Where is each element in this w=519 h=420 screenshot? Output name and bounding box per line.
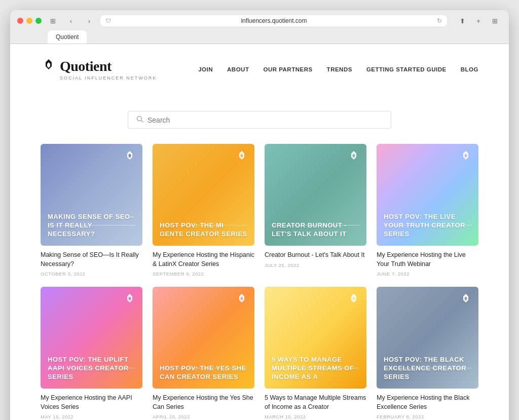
card-overlay-title-7: 5 WAYS TO MANAGE MULTIPLE STREAMS OF INC… bbox=[272, 356, 359, 381]
card-date-3: JULY 25, 2022 bbox=[265, 262, 366, 268]
card-image-8: HOST POV: THE BLACK EXCELLENCE CREATOR S… bbox=[377, 287, 478, 389]
card-text-title-5: My Experience Hosting the AAPI Voices Se… bbox=[41, 394, 142, 411]
card-overlay-title-8: HOST POV: THE BLACK EXCELLENCE CREATOR S… bbox=[384, 356, 471, 381]
card-logo-icon bbox=[123, 150, 136, 163]
back-button[interactable]: ‹ bbox=[64, 15, 78, 26]
card-divider-4 bbox=[384, 225, 471, 225]
logo-area[interactable]: Quotient SOCIAL INFLUENCER NETWORK bbox=[41, 58, 157, 81]
logo-tagline: SOCIAL INFLUENCER NETWORK bbox=[60, 75, 157, 81]
card-logo-icon-7 bbox=[347, 293, 360, 306]
blog-card-8[interactable]: HOST POV: THE BLACK EXCELLENCE CREATOR S… bbox=[377, 287, 478, 419]
card-text-title-6: My Experience Hosting the Yes She Can Se… bbox=[153, 394, 254, 411]
tab-label: Quotient bbox=[56, 33, 79, 41]
logo-icon bbox=[41, 58, 57, 74]
card-image-5: HOST POV: THE UPLIFT AAPI VOICES CREATOR… bbox=[41, 287, 142, 389]
blog-grid: MAKING SENSE OF SEO–IS IT REALLY NECESSA… bbox=[10, 144, 509, 420]
blog-card-3[interactable]: CREATOR BURNOUT - LET'S TALK ABOUT IT Cr… bbox=[265, 144, 366, 277]
card-logo-icon-2 bbox=[235, 150, 248, 163]
card-overlay-title-5: HOST POV: THE UPLIFT AAPI VOICES CREATOR… bbox=[48, 356, 135, 381]
blog-card-7[interactable]: 5 WAYS TO MANAGE MULTIPLE STREAMS OF INC… bbox=[265, 287, 366, 419]
search-section bbox=[10, 91, 509, 144]
blog-card-5[interactable]: HOST POV: THE UPLIFT AAPI VOICES CREATOR… bbox=[41, 287, 142, 419]
nav-our-partners[interactable]: OUR PARTNERS bbox=[263, 66, 312, 72]
card-image-2: HOST POV: THE MI GENTE CREATOR SERIES bbox=[153, 144, 254, 246]
blog-row-2: HOST POV: THE UPLIFT AAPI VOICES CREATOR… bbox=[41, 287, 478, 419]
card-divider-5 bbox=[48, 368, 135, 368]
card-date-7: MARCH 10, 2022 bbox=[265, 414, 366, 419]
security-icon: 🛡 bbox=[105, 18, 111, 24]
card-logo-icon-3 bbox=[347, 150, 360, 163]
search-bar[interactable] bbox=[128, 111, 391, 129]
card-logo-icon-6 bbox=[235, 293, 248, 306]
card-divider-7 bbox=[272, 368, 359, 368]
search-input[interactable] bbox=[147, 116, 383, 124]
search-icon bbox=[136, 116, 143, 124]
address-bar[interactable]: 🛡 influencers.quotient.com ↻ bbox=[100, 15, 447, 26]
active-tab[interactable]: Quotient bbox=[48, 30, 87, 44]
card-overlay-title-3: CREATOR BURNOUT - LET'S TALK ABOUT IT bbox=[272, 221, 359, 239]
blog-card-2[interactable]: HOST POV: THE MI GENTE CREATOR SERIES My… bbox=[153, 144, 254, 277]
minimize-button[interactable] bbox=[26, 18, 32, 24]
nav-getting-started[interactable]: GETTING STARTED GUIDE bbox=[366, 66, 447, 72]
close-button[interactable] bbox=[17, 18, 23, 24]
card-logo-icon-4 bbox=[459, 150, 472, 163]
card-image-6: HOST POV: THE YES SHE CAN CREATOR SERIES bbox=[153, 287, 254, 389]
nav-blog[interactable]: BLOG bbox=[461, 66, 478, 72]
tab-grid-button[interactable]: ⊞ bbox=[488, 15, 502, 26]
browser-actions: ⬆ + ⊞ bbox=[455, 15, 502, 26]
share-button[interactable]: ⬆ bbox=[455, 15, 469, 26]
card-text-title-3: Creator Burnout - Let's Talk About It bbox=[265, 251, 366, 260]
card-date-5: MAY 15, 2022 bbox=[41, 414, 142, 419]
forward-button[interactable]: › bbox=[82, 15, 96, 26]
card-text-title-7: 5 Ways to Manage Multiple Streams of Inc… bbox=[265, 394, 366, 411]
card-text-title-4: My Experience Hosting the Live Your Trut… bbox=[377, 251, 478, 269]
new-tab-button[interactable]: + bbox=[471, 15, 486, 26]
window-layout-button[interactable]: ⊞ bbox=[46, 15, 60, 26]
card-divider-3 bbox=[272, 225, 359, 225]
card-date-1: OCTOBER 3, 2022 bbox=[41, 271, 142, 277]
card-date-2: SEPTEMBER 9, 2022 bbox=[153, 271, 254, 277]
traffic-lights bbox=[17, 18, 42, 24]
site-header: Quotient SOCIAL INFLUENCER NETWORK JOIN … bbox=[10, 44, 509, 91]
logo-main: Quotient bbox=[41, 58, 112, 74]
card-image-3: CREATOR BURNOUT - LET'S TALK ABOUT IT bbox=[265, 144, 366, 246]
card-text-title-2: My Experience Hosting the Hispanic & Lat… bbox=[153, 251, 254, 269]
card-divider-6 bbox=[160, 368, 247, 368]
page-content: Quotient SOCIAL INFLUENCER NETWORK JOIN … bbox=[10, 44, 509, 420]
blog-card-1[interactable]: MAKING SENSE OF SEO–IS IT REALLY NECESSA… bbox=[41, 144, 142, 277]
blog-card-4[interactable]: HOST POV: THE LIVE YOUR TRUTH CREATOR SE… bbox=[377, 144, 478, 277]
browser-chrome: ⊞ ‹ › 🛡 influencers.quotient.com ↻ ⬆ + ⊞… bbox=[10, 10, 509, 44]
card-logo-icon-5 bbox=[123, 293, 136, 306]
card-divider bbox=[48, 225, 135, 225]
blog-row-1: MAKING SENSE OF SEO–IS IT REALLY NECESSA… bbox=[41, 144, 478, 277]
svg-line-1 bbox=[141, 121, 143, 123]
card-image-1: MAKING SENSE OF SEO–IS IT REALLY NECESSA… bbox=[41, 144, 142, 246]
card-overlay-title-2: HOST POV: THE MI GENTE CREATOR SERIES bbox=[160, 221, 247, 239]
card-overlay-title-1: MAKING SENSE OF SEO–IS IT REALLY NECESSA… bbox=[48, 213, 135, 239]
card-overlay-title-4: HOST POV: THE LIVE YOUR TRUTH CREATOR SE… bbox=[384, 213, 471, 239]
card-text-title-1: Making Sense of SEO—Is It Really Necessa… bbox=[41, 251, 142, 269]
card-image-4: HOST POV: THE LIVE YOUR TRUTH CREATOR SE… bbox=[377, 144, 478, 246]
card-date-4: JUNE 7, 2022 bbox=[377, 271, 478, 277]
card-overlay-title-6: HOST POV: THE YES SHE CAN CREATOR SERIES bbox=[160, 364, 247, 381]
nav-trends[interactable]: TRENDS bbox=[327, 66, 352, 72]
card-logo-icon-8 bbox=[459, 293, 472, 306]
card-date-6: APRIL 20, 2022 bbox=[153, 414, 254, 419]
card-text-title-8: My Experience Hosting the Black Excellen… bbox=[377, 394, 478, 411]
card-image-7: 5 WAYS TO MANAGE MULTIPLE STREAMS OF INC… bbox=[265, 287, 366, 389]
logo-text: Quotient bbox=[60, 58, 112, 74]
refresh-icon[interactable]: ↻ bbox=[437, 17, 442, 24]
card-divider-2 bbox=[160, 225, 247, 225]
blog-card-6[interactable]: HOST POV: THE YES SHE CAN CREATOR SERIES… bbox=[153, 287, 254, 419]
nav-about[interactable]: ABOUT bbox=[227, 66, 249, 72]
nav-join[interactable]: JOIN bbox=[198, 66, 213, 72]
browser-controls: ⊞ ‹ › 🛡 influencers.quotient.com ↻ ⬆ + ⊞ bbox=[17, 15, 502, 26]
browser-window: ⊞ ‹ › 🛡 influencers.quotient.com ↻ ⬆ + ⊞… bbox=[10, 10, 509, 420]
site-nav: JOIN ABOUT OUR PARTNERS TRENDS GETTING S… bbox=[198, 66, 478, 72]
url-text: influencers.quotient.com bbox=[114, 17, 434, 24]
maximize-button[interactable] bbox=[35, 18, 42, 24]
card-divider-8 bbox=[384, 368, 471, 368]
card-date-8: FEBRUARY 8, 2022 bbox=[377, 414, 478, 419]
